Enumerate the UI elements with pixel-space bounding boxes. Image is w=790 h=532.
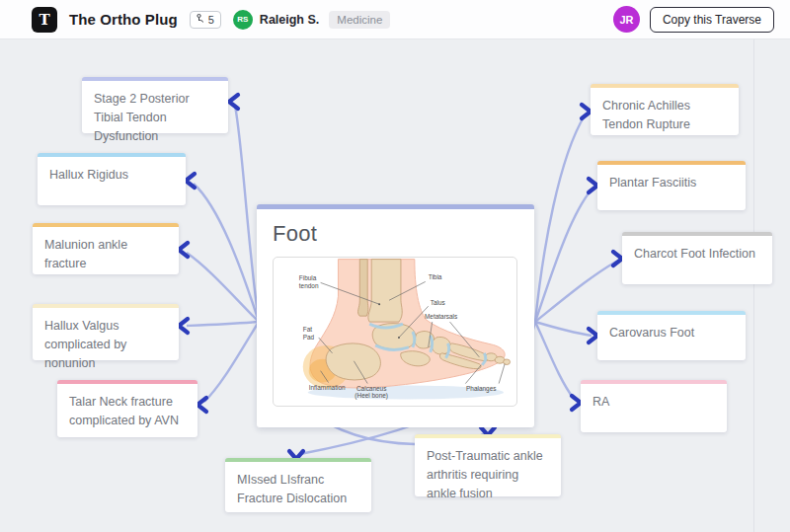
node-chronic-achilles-tendon-rupture[interactable]: Chronic Achilles Tendon Rupture [591,84,739,135]
pointer-dot-talus [398,337,400,339]
label-calcaneus-line1: Calcaneus [356,385,386,392]
copy-traverse-button[interactable]: Copy this Traverse [650,7,774,33]
category-tag: Medicine [329,11,390,29]
tibia-bone [368,260,402,322]
foot-card-title: Foot [273,221,518,247]
node-missed-lisfranc-fracture-dislocation[interactable]: MIssed LIsfranc Fracture Dislocation [225,458,371,512]
node-label: MIssed LIsfranc Fracture Dislocation [237,471,359,508]
node-malunion-ankle-fracture[interactable]: Malunion ankle fracture [33,223,179,274]
traverse-count-badge: 5 [190,11,221,29]
author-name: Raleigh S. [260,13,319,27]
node-charcot-foot-infection[interactable]: Charcot Foot Infection [622,232,772,284]
app-title: The Ortho Plug [69,11,178,28]
node-hallux-rigidus[interactable]: Hallux Rigidus [38,153,186,205]
phalanx-3 [504,359,511,365]
arrowhead-plantar [589,179,597,192]
node-plantar-fasciitis[interactable]: Plantar Fasciitis [597,161,746,210]
label-tibia: Tibia [429,273,442,280]
node-label: Chronic Achilles Tendon Rupture [602,97,727,134]
node-talar-neck-fracture-avn[interactable]: Talar Neck fracture complicated by AVN [57,380,198,437]
author-avatar: RS [233,10,253,30]
app-logo[interactable]: T [32,7,57,33]
arrowhead-talar-neck [198,398,206,412]
label-fat-line2: Pad [303,334,315,341]
edge-to-carovarus [535,322,592,336]
node-label: Carovarus Foot [609,324,734,342]
author-initials: RS [237,15,248,24]
edge-to-talar-neck [204,322,259,402]
label-inflammation: Inflammation [309,384,346,391]
node-stage2-posterior-tibial-tendon-dysfunction[interactable]: Stage 2 Posterior Tibial Tendon Dysfunct… [82,77,228,133]
node-label: Talar Neck fracture complicated by AVN [69,393,186,430]
foot-anatomy-diagram: Fibula tendon Tibia Talus Metatarsals Fa… [273,257,517,407]
user-avatar[interactable]: JR [613,6,640,33]
arrowhead-hallux-rigidus [186,174,195,188]
node-label: RA [592,393,715,412]
node-post-traumatic-ankle-arthritis[interactable]: Post-Traumatic ankle arthritis requiring… [415,434,561,496]
arrowhead-stage2 [229,95,238,109]
label-talus: Talus [431,299,445,306]
label-fat-line1: Fat [303,326,313,333]
label-phalanges: Phalanges [466,385,496,393]
arrowhead-charcot [613,252,622,266]
node-label: Plantar Fasciitis [609,174,734,192]
center-node-foot[interactable]: Foot [257,204,534,427]
traverse-count: 5 [208,14,214,26]
label-fibula-line2: tendon [299,282,319,289]
app-logo-letter: T [39,11,49,29]
edge-to-ra [535,322,574,399]
foot-anatomy-illustration: Fibula tendon Tibia Talus Metatarsals Fa… [274,259,516,405]
node-hallux-valgus-nonunion[interactable]: Hallux Valgus complicated by nonunion [33,304,179,360]
pointer-dot-fibula [378,303,380,305]
node-label: Post-Traumatic ankle arthritis requiring… [427,447,549,502]
label-metatarsals: Metatarsals [425,313,457,320]
edge-to-achilles [535,115,585,322]
label-calcaneus-line2: (Heel bone) [355,392,388,400]
fibula-bone [358,260,368,317]
arrowhead-achilles [582,105,591,118]
node-label: Hallux Valgus complicated by nonunion [44,317,167,372]
label-fibula-line1: Fibula [299,274,317,281]
node-ra[interactable]: RA [581,380,727,432]
node-label: Stage 2 Posterior Tibial Tendon Dysfunct… [94,90,216,145]
node-label: Malunion ankle fracture [44,236,167,273]
arrowhead-malunion [179,243,188,257]
edge-to-hallux-rigidus [194,184,259,322]
top-bar: T The Ortho Plug 5 RS Raleigh S. Medicin… [0,0,790,39]
graph-canvas[interactable]: Stage 2 Posterior Tibial Tendon Dysfunct… [0,39,790,532]
arrowhead-hallux-valgus [179,319,188,333]
edge-to-hallux-valgus [187,322,259,326]
node-label: Hallux Rigidus [49,166,174,185]
node-carovarus-foot[interactable]: Carovarus Foot [597,311,746,360]
node-label: Charcot Foot Infection [634,245,760,264]
calcaneus-bone [326,343,380,380]
traverse-icon [197,14,205,25]
arrowhead-ra [572,396,581,410]
user-initials: JR [619,14,633,26]
